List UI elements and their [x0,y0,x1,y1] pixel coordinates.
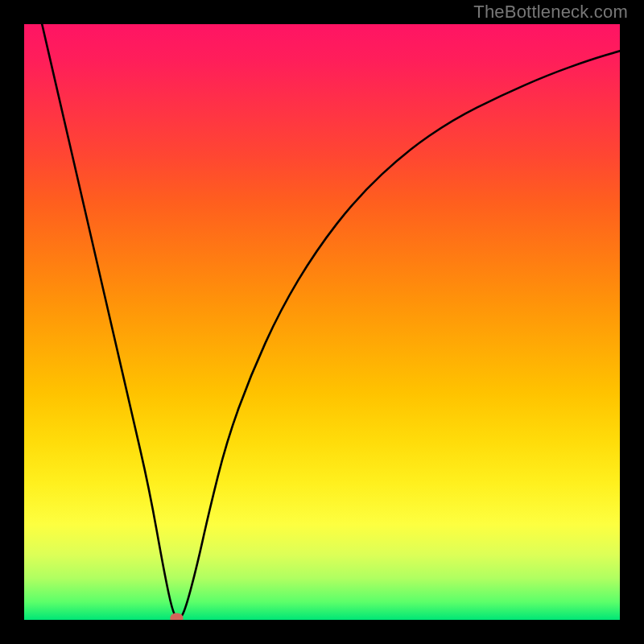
chart-container: TheBottleneck.com [0,0,644,644]
curve-path [42,24,620,618]
plot-area [24,24,620,620]
watermark-text: TheBottleneck.com [473,2,628,23]
marker-dot [170,613,183,620]
curve-svg [24,24,620,620]
